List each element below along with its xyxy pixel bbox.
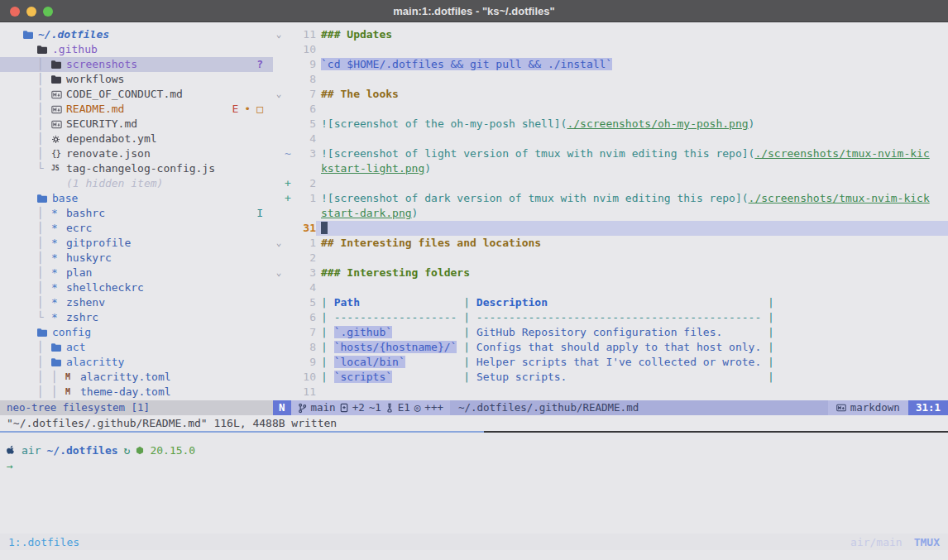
sign-column (285, 161, 294, 176)
line-content (316, 176, 948, 191)
tree-item-bashrc[interactable]: │*bashrcI (0, 206, 273, 221)
line-number: 6 (294, 310, 316, 325)
tree-item-huskyrc[interactable]: │*huskyrc (0, 251, 273, 266)
apple-icon (7, 445, 16, 456)
text-segment: ) (749, 117, 755, 130)
editor-line[interactable]: ⌄7## The looks (273, 87, 948, 102)
text-segment: ./screenshots/oh-my-posh.png (567, 117, 748, 130)
editor-line[interactable]: ⌄3### Interesting folders (273, 266, 948, 280)
editor-line[interactable]: ⌄1## Interesting files and locations (273, 236, 948, 251)
tree-guide: │ (37, 132, 51, 146)
fold-chevron-icon[interactable]: ⌄ (273, 87, 285, 102)
editor-line[interactable]: 9| `local/bin` | Helper scripts that I'v… (273, 355, 948, 370)
fold-column (273, 42, 285, 57)
editor-line[interactable]: 5![screenshot of the oh-my-posh shell](.… (273, 117, 948, 132)
editor-current-line[interactable]: 31 (273, 221, 948, 236)
star-icon: * (51, 206, 65, 221)
tree-item-alacritty-toml[interactable]: ││Malacritty.toml (0, 370, 273, 385)
fold-column (273, 295, 285, 310)
editor-line[interactable]: 11 (273, 385, 948, 400)
window-title: main:1:.dotfiles - "ks~/.dotfiles" (393, 5, 554, 17)
tree-item-zshenv[interactable]: │*zshenv (0, 295, 273, 310)
minimize-button[interactable] (26, 7, 36, 17)
editor-line[interactable]: +1![screenshot of dark version of tmux w… (273, 191, 948, 206)
editor-line[interactable]: 2 (273, 251, 948, 266)
tmux-window-tab[interactable]: 1:.dotfiles (8, 536, 79, 548)
editor-line[interactable]: 7| `.github` | GitHub Repository configu… (273, 325, 948, 340)
editor-line[interactable]: ⌄11### Updates (273, 27, 948, 42)
text-segment (548, 296, 761, 309)
tree-item-1-hidden-item[interactable]: (1 hidden item) (0, 176, 273, 191)
text-segment: `hosts/{hostname}/` (334, 341, 457, 353)
fold-chevron-icon[interactable]: ⌄ (273, 266, 285, 280)
tree-item-readme-md[interactable]: │README.mdE•□ (0, 102, 273, 117)
tree-item-theme-day-toml[interactable]: ││Mtheme-day.toml (0, 385, 273, 400)
tree-item-alacritty[interactable]: │alacritty (0, 355, 273, 370)
editor-line[interactable]: kstart-light.png) (273, 161, 948, 176)
tree-item-label: alacritty.toml (80, 370, 171, 385)
tree-guide: │ (37, 57, 51, 72)
editor-line[interactable]: 10 (273, 42, 948, 57)
filetype-section: markdown (828, 400, 908, 415)
gear-icon (51, 135, 65, 144)
shell-input-line[interactable]: → (7, 458, 941, 474)
tree-item-zshrc[interactable]: └*zshrc (0, 310, 273, 325)
text-segment (360, 296, 457, 309)
editor-line[interactable]: 8 (273, 72, 948, 87)
tree-item-screenshots[interactable]: │screenshots? (0, 57, 273, 72)
sign-column (285, 280, 294, 295)
tree-guide: │ (37, 221, 51, 236)
tree-item-plan[interactable]: │*plan (0, 266, 273, 280)
tree-item-renovate-json[interactable]: │{}renovate.json (0, 146, 273, 161)
fold-chevron-icon[interactable]: ⌄ (273, 27, 285, 42)
editor-line[interactable]: 10| `scripts` | Setup scripts. | (273, 370, 948, 385)
tree-item-security-md[interactable]: │SECURITY.md (0, 117, 273, 132)
diagnostics-count: E1 (398, 400, 410, 415)
text-segment: start-dark.png (321, 207, 412, 219)
tree-item-label: gitprofile (66, 236, 131, 251)
text-segment: | (761, 371, 774, 383)
tree-item-shellcheckrc[interactable]: │*shellcheckrc (0, 280, 273, 295)
tree-item-workflows[interactable]: │workflows (0, 72, 273, 87)
tree-item-github[interactable]: .github (0, 42, 273, 57)
tree-item-tag-changelog-config-js[interactable]: └JStag-changelog-config.js (0, 161, 273, 176)
tree-item-act[interactable]: │act (0, 340, 273, 355)
editor-line[interactable]: 5| Path | Description | (273, 295, 948, 310)
tree-item-ecrc[interactable]: │*ecrc (0, 221, 273, 236)
editor-line[interactable]: 4 (273, 280, 948, 295)
sign-column (285, 206, 294, 221)
fold-column (273, 191, 285, 206)
editor-line[interactable]: start-dark.png) (273, 206, 948, 221)
editor-line[interactable]: 8| `hosts/{hostname}/` | Configs that sh… (273, 340, 948, 355)
text-segment: ![screenshot of dark version of tmux wit… (321, 192, 749, 204)
text-segment: | (457, 296, 476, 309)
fold-chevron-icon[interactable]: ⌄ (273, 236, 285, 251)
text-segment: Configs that should apply to that host o… (476, 341, 761, 353)
text-segment: | (321, 296, 334, 309)
star-icon: * (51, 266, 65, 280)
tree-item-dotfiles[interactable]: ~/.dotfiles (0, 27, 273, 42)
text-segment (392, 371, 457, 383)
sign-column (285, 132, 294, 146)
editor-line[interactable]: 6 (273, 102, 948, 117)
close-button[interactable] (10, 7, 20, 17)
tree-item-gitprofile[interactable]: │*gitprofile (0, 236, 273, 251)
editor-line[interactable]: 6| ------------------- | ---------------… (273, 310, 948, 325)
editor-line[interactable]: +2 (273, 176, 948, 191)
shell-pane[interactable]: air ~/.dotfiles ↻ 20.15.0 → (0, 433, 948, 534)
tree-item-config[interactable]: config (0, 325, 273, 340)
editor-line[interactable]: 4 (273, 132, 948, 146)
editor-buffer[interactable]: ⌄11### Updates109`cd $HOME/.dotfiles && … (273, 22, 948, 400)
tree-item-code-of-conduct-md[interactable]: │CODE_OF_CONDUCT.md (0, 87, 273, 102)
shell-prompt: air ~/.dotfiles ↻ 20.15.0 (7, 443, 941, 458)
tree-item-label: renovate.json (66, 146, 151, 161)
editor-line[interactable]: 9`cd $HOME/.dotfiles && git pull && ./in… (273, 57, 948, 72)
cursor-position: 31:1 (908, 400, 948, 415)
editor-line[interactable]: ~3![screenshot of light version of tmux … (273, 146, 948, 161)
tree-item-dependabot-yml[interactable]: │dependabot.yml (0, 132, 273, 146)
tree-item-base[interactable]: base (0, 191, 273, 206)
tree-item-label: tag-changelog-config.js (66, 161, 215, 176)
fullscreen-button[interactable] (43, 7, 53, 17)
md-icon (51, 105, 65, 114)
tree-item-label: act (66, 340, 85, 355)
